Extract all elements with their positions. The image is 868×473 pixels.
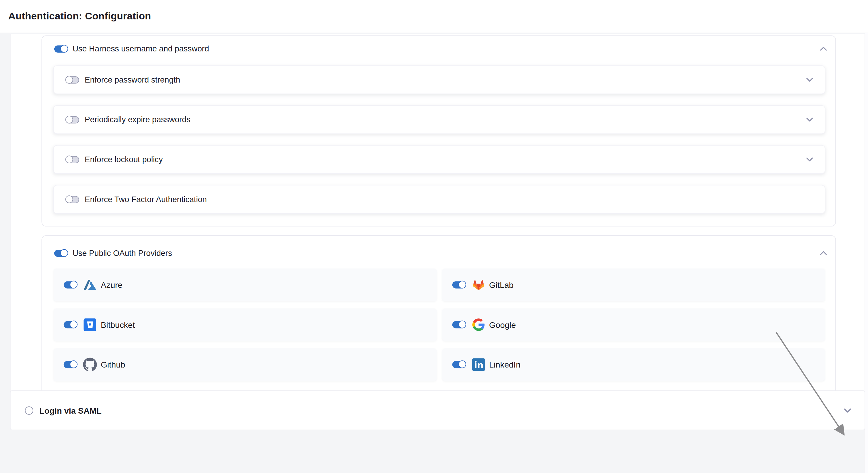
bitbucket-icon [83, 318, 97, 332]
enforce-password-strength-label: Enforce password strength [85, 75, 180, 84]
harness-password-section-header: Use Harness username and password [54, 36, 813, 61]
linkedin-icon [471, 357, 485, 371]
use-public-oauth-toggle[interactable] [54, 249, 68, 256]
harness-password-section: Use Harness username and password Enforc… [41, 36, 836, 226]
use-harness-password-label: Use Harness username and password [72, 44, 209, 53]
toggle-knob [70, 281, 77, 288]
provider-label: Google [489, 320, 516, 329]
enforce-two-factor-auth-label: Enforce Two Factor Authentication [85, 195, 207, 203]
toggle-knob [60, 45, 68, 52]
oauth-section: Use Public OAuth Providers Azure [41, 235, 836, 394]
page: Authentication: Configuration Use Harnes… [0, 0, 868, 473]
chevron-up-icon[interactable] [820, 251, 827, 255]
provider-card-bitbucket: Bitbucket [54, 309, 436, 341]
enforce-password-strength-toggle[interactable] [66, 76, 79, 83]
periodically-expire-passwords-toggle[interactable] [66, 116, 79, 123]
chevron-down-icon[interactable] [806, 118, 813, 122]
bitbucket-toggle[interactable] [64, 321, 77, 328]
toggle-knob [70, 320, 77, 328]
toggle-knob [60, 249, 68, 256]
google-toggle[interactable] [452, 321, 465, 328]
toggle-knob [458, 360, 466, 368]
toggle-knob [458, 281, 466, 288]
use-public-oauth-label: Use Public OAuth Providers [72, 249, 172, 257]
enforce-lockout-policy-label: Enforce lockout policy [85, 155, 163, 164]
enforce-two-factor-auth-toggle[interactable] [66, 196, 79, 203]
toggle-knob [65, 195, 73, 203]
chevron-down-icon[interactable] [806, 157, 813, 162]
provider-label: Bitbucket [101, 320, 135, 329]
chevron-down-icon[interactable] [844, 408, 851, 413]
provider-label: Azure [101, 280, 123, 290]
provider-label: Github [101, 360, 125, 369]
enforce-lockout-policy-toggle[interactable] [66, 156, 79, 163]
provider-card-linkedin: LinkedIn [442, 348, 825, 381]
provider-card-github: Github [54, 348, 436, 381]
provider-label: LinkedIn [489, 360, 521, 369]
toggle-knob [65, 116, 73, 123]
azure-toggle[interactable] [64, 281, 77, 288]
provider-card-google: Google [442, 309, 825, 341]
chevron-up-icon[interactable] [820, 46, 827, 51]
toggle-knob [458, 320, 466, 328]
provider-label: GitLab [489, 280, 514, 290]
login-via-saml-label: Login via SAML [39, 405, 102, 415]
password-expiration-card: Periodically expire passwords [53, 105, 826, 134]
oauth-provider-grid: Azure G [54, 269, 825, 381]
azure-icon [83, 278, 97, 292]
oauth-section-header: Use Public OAuth Providers [54, 236, 813, 270]
toggle-knob [65, 75, 73, 83]
provider-card-gitlab: GitLab [442, 269, 825, 301]
github-icon [83, 357, 97, 371]
toggle-knob [65, 155, 73, 163]
gitlab-icon [471, 278, 485, 292]
github-toggle[interactable] [64, 361, 77, 368]
toggle-knob [70, 360, 77, 368]
two-factor-auth-card: Enforce Two Factor Authentication [53, 185, 826, 214]
google-icon [471, 318, 485, 332]
linkedin-toggle[interactable] [452, 361, 465, 368]
lockout-policy-card: Enforce lockout policy [53, 145, 826, 174]
chevron-down-icon[interactable] [806, 77, 813, 82]
use-harness-password-toggle[interactable] [54, 45, 68, 52]
periodically-expire-passwords-label: Periodically expire passwords [85, 115, 190, 124]
saml-section: Login via SAML [10, 390, 865, 431]
provider-card-azure: Azure [54, 269, 436, 301]
login-via-saml-radio[interactable] [25, 406, 33, 414]
header: Authentication: Configuration [0, 0, 868, 33]
scrollbar[interactable] [865, 33, 868, 473]
gitlab-toggle[interactable] [452, 281, 465, 288]
password-strength-card: Enforce password strength [53, 65, 826, 94]
auth-settings-panel: Use Harness username and password Enforc… [10, 34, 865, 410]
page-title: Authentication: Configuration [0, 0, 868, 32]
